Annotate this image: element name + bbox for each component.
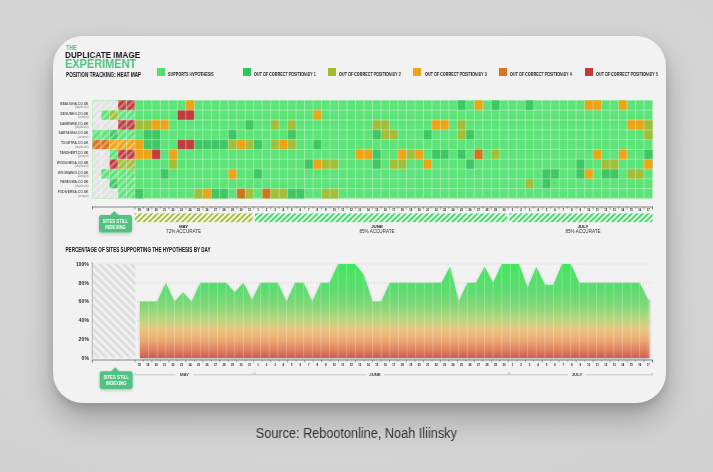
svg-text:12: 12: [604, 208, 607, 212]
svg-text:(unique): (unique): [78, 154, 89, 158]
svg-text:13: 13: [613, 363, 616, 367]
svg-text:27: 27: [477, 363, 480, 367]
svg-text:2: 2: [520, 363, 522, 367]
svg-text:3: 3: [529, 208, 531, 212]
svg-text:17: 17: [647, 208, 650, 212]
svg-text:29: 29: [494, 363, 497, 367]
svg-text:16: 16: [384, 208, 387, 212]
svg-text:8: 8: [317, 208, 319, 212]
svg-text:10: 10: [587, 208, 590, 212]
svg-text:22: 22: [435, 208, 438, 212]
svg-text:11: 11: [596, 208, 599, 212]
svg-text:30: 30: [503, 363, 506, 367]
svg-text:24: 24: [452, 363, 455, 367]
svg-text:28: 28: [223, 208, 226, 212]
svg-text:2: 2: [266, 363, 268, 367]
svg-text:24: 24: [452, 208, 455, 212]
svg-text:23: 23: [180, 363, 183, 367]
svg-text:13: 13: [358, 208, 361, 212]
svg-text:24: 24: [189, 208, 192, 212]
svg-text:28: 28: [486, 208, 489, 212]
svg-text:19: 19: [409, 208, 412, 212]
svg-text:2: 2: [520, 208, 522, 212]
svg-text:4: 4: [537, 363, 539, 367]
svg-text:1: 1: [512, 208, 514, 212]
svg-text:15: 15: [630, 208, 633, 212]
svg-text:6: 6: [554, 208, 556, 212]
svg-text:20: 20: [418, 208, 421, 212]
svg-text:21: 21: [163, 208, 166, 212]
svg-text:5: 5: [546, 363, 548, 367]
svg-text:23: 23: [443, 208, 446, 212]
svg-text:27: 27: [214, 208, 217, 212]
svg-text:26: 26: [206, 208, 209, 212]
svg-text:30: 30: [503, 208, 506, 212]
svg-text:11: 11: [341, 208, 344, 212]
svg-text:3: 3: [274, 363, 276, 367]
svg-text:29: 29: [494, 208, 497, 212]
svg-text:19: 19: [146, 363, 149, 367]
svg-text:17: 17: [392, 208, 395, 212]
svg-text:26: 26: [469, 363, 472, 367]
svg-text:(unique): (unique): [78, 135, 89, 139]
svg-text:11: 11: [596, 363, 599, 367]
svg-text:14: 14: [367, 363, 370, 367]
svg-text:5: 5: [291, 363, 293, 367]
svg-text:85% ACCURATE: 85% ACCURATE: [566, 228, 601, 234]
svg-text:60%: 60%: [79, 298, 90, 304]
svg-text:16: 16: [638, 208, 641, 212]
svg-text:4: 4: [283, 363, 285, 367]
svg-text:(duplicate): (duplicate): [75, 145, 89, 149]
svg-text:7: 7: [563, 208, 565, 212]
svg-text:22: 22: [172, 208, 175, 212]
svg-text:12: 12: [604, 363, 607, 367]
svg-text:19: 19: [146, 208, 149, 212]
svg-text:12: 12: [350, 363, 353, 367]
svg-text:(unique): (unique): [78, 115, 89, 119]
svg-text:27: 27: [214, 363, 217, 367]
svg-text:29: 29: [231, 208, 234, 212]
svg-text:JUNE: JUNE: [369, 372, 381, 377]
svg-text:26: 26: [469, 208, 472, 212]
svg-text:1: 1: [257, 208, 259, 212]
svg-text:16: 16: [384, 363, 387, 367]
svg-text:14: 14: [367, 208, 370, 212]
svg-text:PERCENTAGE OF SITES SUPPORTING: PERCENTAGE OF SITES SUPPORTING THE HYPOT…: [66, 246, 212, 253]
svg-text:18: 18: [401, 363, 404, 367]
svg-text:(duplicate): (duplicate): [75, 105, 89, 109]
svg-text:JULY: JULY: [572, 372, 583, 377]
svg-text:20: 20: [155, 363, 158, 367]
svg-text:40%: 40%: [79, 317, 90, 323]
svg-text:5: 5: [291, 208, 293, 212]
svg-text:9: 9: [325, 363, 327, 367]
svg-text:19: 19: [409, 363, 412, 367]
svg-text:31: 31: [248, 208, 251, 212]
svg-text:4: 4: [537, 208, 539, 212]
svg-text:12: 12: [350, 208, 353, 212]
svg-text:(duplicate): (duplicate): [75, 125, 89, 129]
svg-text:13: 13: [613, 208, 616, 212]
svg-text:(duplicate): (duplicate): [75, 164, 89, 168]
svg-text:21: 21: [163, 363, 166, 367]
svg-text:23: 23: [443, 363, 446, 367]
svg-text:7: 7: [308, 363, 310, 367]
svg-text:0%: 0%: [82, 355, 90, 361]
svg-text:31: 31: [248, 363, 251, 367]
svg-text:(unique): (unique): [78, 194, 89, 198]
svg-text:9: 9: [580, 363, 582, 367]
svg-text:5: 5: [546, 208, 548, 212]
svg-text:25: 25: [197, 363, 200, 367]
svg-text:22: 22: [172, 363, 175, 367]
svg-text:9: 9: [580, 208, 582, 212]
svg-text:9: 9: [325, 208, 327, 212]
svg-text:14: 14: [621, 208, 624, 212]
svg-text:20: 20: [418, 363, 421, 367]
svg-text:26: 26: [206, 363, 209, 367]
svg-text:15: 15: [375, 363, 378, 367]
svg-text:10: 10: [587, 363, 590, 367]
svg-text:INDEXING: INDEXING: [105, 224, 126, 230]
svg-text:7: 7: [563, 363, 565, 367]
svg-text:8: 8: [571, 363, 573, 367]
svg-text:MAY: MAY: [180, 372, 189, 377]
svg-text:25: 25: [197, 208, 200, 212]
